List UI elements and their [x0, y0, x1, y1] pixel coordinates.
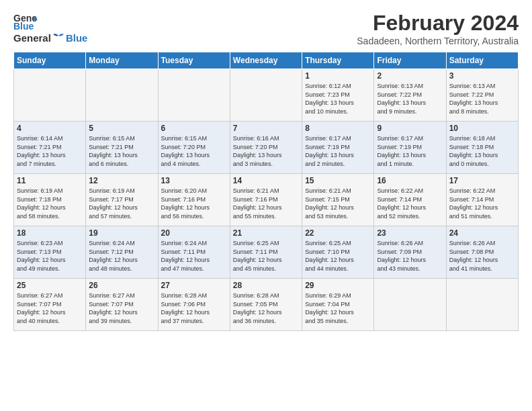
- day-number: 27: [161, 281, 227, 290]
- column-header-tuesday: Tuesday: [158, 52, 230, 69]
- day-content: Sunrise: 6:13 AM Sunset: 7:22 PM Dayligh…: [449, 82, 515, 116]
- day-content: Sunrise: 6:28 AM Sunset: 7:05 PM Dayligh…: [233, 291, 299, 325]
- day-content: Sunrise: 6:21 AM Sunset: 7:15 PM Dayligh…: [305, 187, 371, 220]
- calendar-week-2: 4Sunrise: 6:14 AM Sunset: 7:21 PM Daylig…: [14, 122, 519, 174]
- day-content: Sunrise: 6:18 AM Sunset: 7:18 PM Dayligh…: [449, 134, 515, 168]
- logo-icon: General Blue: [13, 11, 38, 31]
- calendar-cell: 7Sunrise: 6:16 AM Sunset: 7:20 PM Daylig…: [230, 122, 302, 174]
- column-header-wednesday: Wednesday: [230, 52, 302, 69]
- day-number: 18: [17, 228, 83, 238]
- day-number: 10: [449, 124, 515, 133]
- day-content: Sunrise: 6:22 AM Sunset: 7:14 PM Dayligh…: [377, 187, 443, 220]
- day-content: Sunrise: 6:27 AM Sunset: 7:07 PM Dayligh…: [17, 291, 83, 325]
- day-content: Sunrise: 6:27 AM Sunset: 7:07 PM Dayligh…: [89, 291, 154, 325]
- day-content: Sunrise: 6:14 AM Sunset: 7:21 PM Dayligh…: [17, 134, 83, 168]
- day-content: Sunrise: 6:15 AM Sunset: 7:21 PM Dayligh…: [89, 134, 154, 168]
- calendar-cell: 8Sunrise: 6:17 AM Sunset: 7:19 PM Daylig…: [302, 122, 374, 174]
- day-content: Sunrise: 6:25 AM Sunset: 7:10 PM Dayligh…: [305, 239, 371, 273]
- day-content: Sunrise: 6:21 AM Sunset: 7:16 PM Dayligh…: [233, 187, 299, 220]
- day-number: 19: [89, 228, 154, 238]
- calendar-cell: 10Sunrise: 6:18 AM Sunset: 7:18 PM Dayli…: [446, 122, 518, 174]
- calendar-cell: 13Sunrise: 6:20 AM Sunset: 7:16 PM Dayli…: [158, 174, 230, 226]
- logo-bird-icon: [52, 33, 65, 44]
- calendar-cell: 27Sunrise: 6:28 AM Sunset: 7:06 PM Dayli…: [158, 279, 230, 331]
- logo: General Blue General Blue: [13, 11, 87, 44]
- day-content: Sunrise: 6:24 AM Sunset: 7:11 PM Dayligh…: [161, 239, 227, 273]
- calendar-cell: 4Sunrise: 6:14 AM Sunset: 7:21 PM Daylig…: [14, 122, 86, 174]
- day-number: 17: [449, 176, 515, 185]
- calendar-cell: 26Sunrise: 6:27 AM Sunset: 7:07 PM Dayli…: [86, 279, 158, 331]
- column-header-saturday: Saturday: [446, 52, 518, 69]
- day-number: 14: [233, 176, 299, 185]
- calendar-week-5: 25Sunrise: 6:27 AM Sunset: 7:07 PM Dayli…: [14, 279, 519, 331]
- calendar-cell: 17Sunrise: 6:22 AM Sunset: 7:14 PM Dayli…: [446, 174, 518, 226]
- day-content: Sunrise: 6:23 AM Sunset: 7:13 PM Dayligh…: [17, 239, 83, 273]
- day-content: Sunrise: 6:17 AM Sunset: 7:19 PM Dayligh…: [305, 134, 371, 168]
- day-number: 16: [377, 176, 443, 185]
- day-number: 8: [305, 124, 371, 133]
- calendar-cell: [158, 69, 230, 122]
- day-content: Sunrise: 6:12 AM Sunset: 7:23 PM Dayligh…: [305, 82, 371, 116]
- calendar-cell: 14Sunrise: 6:21 AM Sunset: 7:16 PM Dayli…: [230, 174, 302, 226]
- day-number: 13: [161, 176, 227, 185]
- calendar-cell: 22Sunrise: 6:25 AM Sunset: 7:10 PM Dayli…: [302, 226, 374, 279]
- title-section: February 2024 Sadadeen, Northern Territo…: [357, 11, 519, 46]
- day-content: Sunrise: 6:26 AM Sunset: 7:08 PM Dayligh…: [449, 239, 515, 273]
- calendar-cell: 28Sunrise: 6:28 AM Sunset: 7:05 PM Dayli…: [230, 279, 302, 331]
- day-number: 7: [233, 124, 299, 133]
- calendar-cell: [14, 69, 86, 122]
- calendar-cell: 20Sunrise: 6:24 AM Sunset: 7:11 PM Dayli…: [158, 226, 230, 279]
- calendar-cell: 16Sunrise: 6:22 AM Sunset: 7:14 PM Dayli…: [374, 174, 446, 226]
- day-content: Sunrise: 6:29 AM Sunset: 7:04 PM Dayligh…: [305, 291, 371, 325]
- day-number: 15: [305, 176, 371, 185]
- page: General Blue General Blue February 2024 …: [0, 0, 532, 411]
- calendar-cell: 25Sunrise: 6:27 AM Sunset: 7:07 PM Dayli…: [14, 279, 86, 331]
- location-subtitle: Sadadeen, Northern Territory, Australia: [357, 36, 519, 46]
- day-number: 9: [377, 124, 443, 133]
- calendar-cell: [230, 69, 302, 122]
- column-header-sunday: Sunday: [14, 52, 86, 69]
- logo-blue-text: Blue: [66, 32, 88, 44]
- calendar-cell: 11Sunrise: 6:19 AM Sunset: 7:18 PM Dayli…: [14, 174, 86, 226]
- day-content: Sunrise: 6:26 AM Sunset: 7:09 PM Dayligh…: [377, 239, 443, 273]
- day-content: Sunrise: 6:17 AM Sunset: 7:19 PM Dayligh…: [377, 134, 443, 168]
- day-number: 1: [305, 71, 371, 81]
- day-number: 12: [89, 176, 154, 185]
- svg-text:Blue: Blue: [13, 21, 34, 31]
- calendar-cell: 18Sunrise: 6:23 AM Sunset: 7:13 PM Dayli…: [14, 226, 86, 279]
- day-content: Sunrise: 6:15 AM Sunset: 7:20 PM Dayligh…: [161, 134, 227, 168]
- day-number: 3: [449, 71, 515, 81]
- calendar-cell: 29Sunrise: 6:29 AM Sunset: 7:04 PM Dayli…: [302, 279, 374, 331]
- day-content: Sunrise: 6:19 AM Sunset: 7:17 PM Dayligh…: [89, 187, 154, 220]
- calendar-week-1: 1Sunrise: 6:12 AM Sunset: 7:23 PM Daylig…: [14, 69, 519, 122]
- day-content: Sunrise: 6:24 AM Sunset: 7:12 PM Dayligh…: [89, 239, 154, 273]
- day-number: 4: [17, 124, 83, 133]
- calendar-week-4: 18Sunrise: 6:23 AM Sunset: 7:13 PM Dayli…: [14, 226, 519, 279]
- day-content: Sunrise: 6:25 AM Sunset: 7:11 PM Dayligh…: [233, 239, 299, 273]
- calendar-cell: [446, 279, 518, 331]
- day-number: 5: [89, 124, 154, 133]
- day-number: 20: [161, 228, 227, 238]
- day-number: 23: [377, 228, 443, 238]
- calendar-cell: [86, 69, 158, 122]
- calendar-table: SundayMondayTuesdayWednesdayThursdayFrid…: [13, 52, 519, 331]
- day-content: Sunrise: 6:22 AM Sunset: 7:14 PM Dayligh…: [449, 187, 515, 220]
- day-number: 6: [161, 124, 227, 133]
- month-year-title: February 2024: [357, 11, 519, 36]
- calendar-cell: 19Sunrise: 6:24 AM Sunset: 7:12 PM Dayli…: [86, 226, 158, 279]
- calendar-cell: 12Sunrise: 6:19 AM Sunset: 7:17 PM Dayli…: [86, 174, 158, 226]
- day-number: 29: [305, 281, 371, 290]
- calendar-cell: 24Sunrise: 6:26 AM Sunset: 7:08 PM Dayli…: [446, 226, 518, 279]
- logo-general-text: General: [13, 32, 51, 44]
- day-number: 26: [89, 281, 154, 290]
- day-content: Sunrise: 6:13 AM Sunset: 7:22 PM Dayligh…: [377, 82, 443, 116]
- day-content: Sunrise: 6:28 AM Sunset: 7:06 PM Dayligh…: [161, 291, 227, 325]
- day-content: Sunrise: 6:20 AM Sunset: 7:16 PM Dayligh…: [161, 187, 227, 220]
- day-number: 22: [305, 228, 371, 238]
- day-number: 24: [449, 228, 515, 238]
- column-header-friday: Friday: [374, 52, 446, 69]
- day-number: 2: [377, 71, 443, 81]
- calendar-cell: 23Sunrise: 6:26 AM Sunset: 7:09 PM Dayli…: [374, 226, 446, 279]
- calendar-cell: [374, 279, 446, 331]
- calendar-cell: 3Sunrise: 6:13 AM Sunset: 7:22 PM Daylig…: [446, 69, 518, 122]
